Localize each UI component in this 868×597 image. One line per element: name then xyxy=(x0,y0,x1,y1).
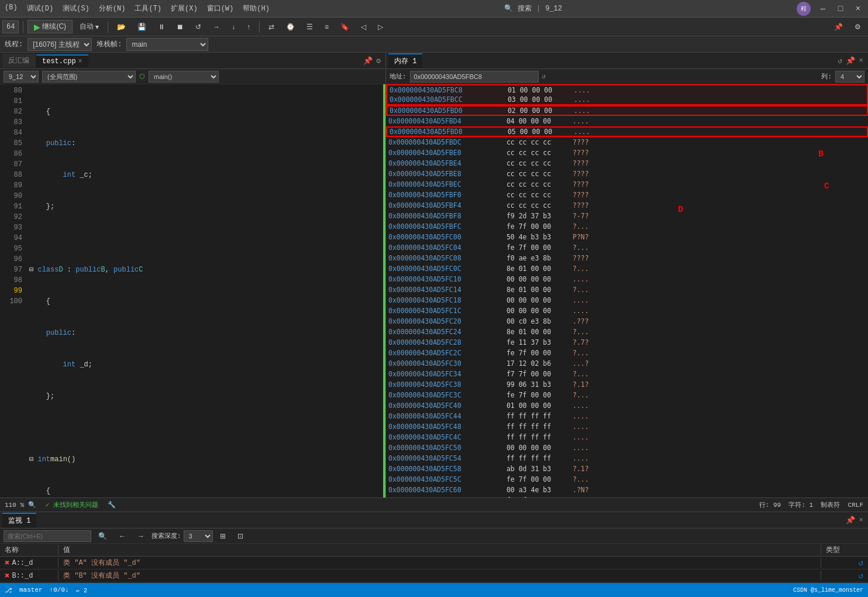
extra-btn3[interactable]: ☰ xyxy=(302,22,318,32)
code-body: 80 81 82 83 84 85 86 87 88 89 90 91 92 9… xyxy=(0,84,385,498)
menu-help[interactable]: 帮助(H) xyxy=(243,4,270,13)
green-bar xyxy=(383,84,385,498)
watch-tab-1[interactable]: 监视 1 xyxy=(2,513,36,527)
memory-pin-icon[interactable]: 📌 xyxy=(846,56,855,66)
mem-row-12: 0x000000430AD5FBF8 f9 2d 37 b3 ?-7? xyxy=(386,211,868,221)
col-select[interactable]: 4 xyxy=(835,71,864,83)
toolbar-pin-btn[interactable]: 📌 xyxy=(829,22,848,32)
mem-row-28: 0x000000430AD5FC38 99 06 31 b3 ?.1? xyxy=(386,379,868,390)
col-value-header: 值 xyxy=(58,545,821,555)
toolbar-settings-btn[interactable]: ⚙ xyxy=(850,22,866,32)
watch-pin-icon[interactable]: 📌 xyxy=(846,516,855,525)
mem-row-22: 0x000000430AD5FC20 00 c0 e3 8b .??? xyxy=(386,316,868,327)
nav-back-btn[interactable]: ← xyxy=(114,531,130,541)
step-out-btn[interactable]: ↑ xyxy=(242,22,255,32)
search-btn[interactable]: 🔍 xyxy=(94,531,112,541)
depth-select[interactable]: 3 xyxy=(184,530,213,542)
nav-next-btn[interactable]: ▷ xyxy=(373,22,388,32)
watch-item-name-0: A::_d xyxy=(12,559,33,567)
step-into-btn[interactable]: ↓ xyxy=(227,22,240,32)
thread-select[interactable]: [16076] 主线程 xyxy=(27,38,92,51)
menu-tools[interactable]: 工具(T) xyxy=(135,4,161,13)
annotation-D: D xyxy=(678,205,683,215)
menu-test[interactable]: 测试(S) xyxy=(63,4,89,13)
menu-debug[interactable]: 调试(D) xyxy=(27,4,54,13)
pause-btn[interactable]: ⏸ xyxy=(153,22,170,32)
annotation-B: B xyxy=(818,149,824,159)
stack-select[interactable]: main xyxy=(126,38,208,51)
address-input[interactable] xyxy=(410,71,539,83)
open-file-btn[interactable]: 📂 xyxy=(112,22,130,32)
search-icon: 🔍 xyxy=(504,4,513,13)
maximize-button[interactable]: □ xyxy=(835,4,846,14)
memory-close-icon[interactable]: × xyxy=(859,56,863,65)
mem-row-17: 0x000000430AD5FC0C 8e 01 00 00 ?... xyxy=(386,263,868,274)
tab-source[interactable]: test.cpp × xyxy=(36,54,88,67)
code-line-91: ⊟ int main() xyxy=(29,454,381,465)
menu-window[interactable]: 窗口(W) xyxy=(207,4,234,13)
watch-panel-icons: 📌 × xyxy=(846,516,866,525)
code-line-88: int _d; xyxy=(29,359,381,370)
func-select[interactable]: main() xyxy=(149,71,219,83)
pin-icon[interactable]: 📌 xyxy=(363,56,373,66)
git-icon: ⎇ xyxy=(5,586,12,594)
stop-btn[interactable]: ⏹ xyxy=(172,22,188,32)
refresh-icon-0[interactable]: ↺ xyxy=(859,558,863,568)
bookmark-btn[interactable]: 🔖 xyxy=(336,22,354,32)
func-icon: ⬡ xyxy=(139,73,145,80)
extra-btn4[interactable]: ≡ xyxy=(320,22,333,32)
gear-icon[interactable]: ⚙ xyxy=(376,56,381,66)
watch-row-0[interactable]: ✖ A::_d 类 "A" 没有成员 "_d" ↺ xyxy=(0,557,868,569)
restart-btn[interactable]: ↺ xyxy=(191,22,206,32)
char-num: 字符: 1 xyxy=(788,502,813,509)
watch-close-icon[interactable]: × xyxy=(859,516,863,524)
extra-btn2[interactable]: ⌚ xyxy=(281,22,299,32)
close-button[interactable]: × xyxy=(853,4,863,14)
profile-avatar[interactable]: 程 xyxy=(797,2,811,16)
scope-select[interactable]: (全局范围) xyxy=(42,71,136,83)
mem-row-37: 0x000000430AD5FC5C fe 7f 00 00 ?... xyxy=(386,474,868,485)
watch-item-name-1: B::_d xyxy=(12,572,33,580)
zoom-icon: 🔍 xyxy=(28,502,36,509)
continue-button[interactable]: ▶ 继续(C) xyxy=(27,20,73,33)
menu-extend[interactable]: 扩展(X) xyxy=(171,4,198,13)
mem-row-23: 0x000000430AD5FC24 8e 01 00 00 ?... xyxy=(386,327,868,337)
auto-select[interactable]: 自动 ▾ xyxy=(75,20,104,33)
memory-refresh-icon[interactable]: ↺ xyxy=(838,56,842,66)
mem-row-14: 0x000000430AD5FC00 50 4e b3 b3 P?N? xyxy=(386,232,868,242)
tab-disasm[interactable]: 反汇编 xyxy=(2,54,35,67)
code-tabs: 反汇编 test.cpp × 📌 ⚙ xyxy=(0,53,385,69)
watch-icon-btn2[interactable]: ⊡ xyxy=(233,531,248,541)
mem-row-18: 0x000000430AD5FC10 00 00 00 00 .... xyxy=(386,274,868,284)
code-line-81: public: xyxy=(29,138,381,149)
mem-row-32: 0x000000430AD5FC48 ff ff ff ff .... xyxy=(386,421,868,432)
memory-tab-1[interactable]: 内存 1 xyxy=(388,53,422,68)
auto-label: 自动 xyxy=(80,22,94,32)
depth-label: 搜索深度: xyxy=(151,531,181,540)
error-icon-1: ✖ xyxy=(5,571,9,581)
mem-row-10: 0x000000430AD5FBF0 cc cc cc cc ???? xyxy=(386,190,868,200)
refresh-btn[interactable]: ↺ xyxy=(542,73,546,80)
tab-close-icon[interactable]: × xyxy=(78,57,82,66)
disasm-tab-label: 反汇编 xyxy=(8,56,29,66)
watch-tabs: 监视 1 📌 × xyxy=(0,512,868,529)
extra-btn1[interactable]: ⇄ xyxy=(264,22,279,32)
mem-row-31: 0x000000430AD5FC44 ff ff ff ff .... xyxy=(386,411,868,421)
minimize-button[interactable]: — xyxy=(818,4,828,14)
menu-analyze[interactable]: 分析(N) xyxy=(99,4,126,13)
sep1 xyxy=(23,21,23,33)
watch-row-1[interactable]: ✖ B::_d 类 "B" 没有成员 "_d" ↺ xyxy=(0,569,868,582)
code-line-86: { xyxy=(29,296,381,307)
nav-prev-btn[interactable]: ◁ xyxy=(356,22,371,32)
watch-icon-btn1[interactable]: ⊞ xyxy=(215,531,230,541)
step-over-btn[interactable]: → xyxy=(208,22,225,32)
watch-search-input[interactable] xyxy=(4,530,91,542)
title-center: 🔍 搜索 | 9_12 xyxy=(504,4,562,13)
save-btn[interactable]: 💾 xyxy=(133,22,151,32)
refresh-icon-1[interactable]: ↺ xyxy=(859,571,863,581)
menu-b[interactable]: (B) xyxy=(5,4,18,13)
file-scope-select[interactable]: 9_12 xyxy=(4,71,39,83)
thread-bar: 线程: [16076] 主线程 堆栈帧: main xyxy=(0,36,868,53)
nav-fwd-btn[interactable]: → xyxy=(133,531,149,541)
mem-row-25: 0x000000430AD5FC2C fe 7f 00 00 ?... xyxy=(386,348,868,358)
